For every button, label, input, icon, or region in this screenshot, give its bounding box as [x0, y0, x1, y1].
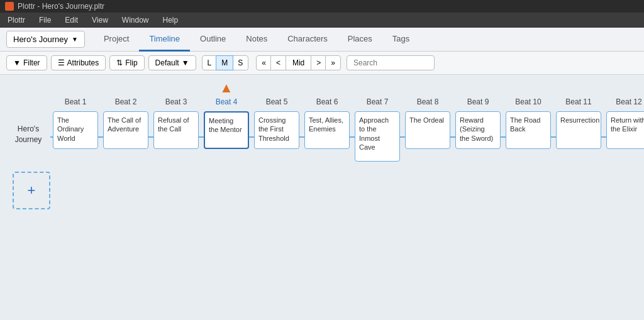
beat-card-6[interactable]: Test, Allies, Enemies — [304, 111, 350, 149]
beat-selected-arrow-icon: ▲ — [219, 81, 233, 95]
beat-cell-7: Approach to the Inmost Cave — [352, 111, 402, 162]
beat-8-header: Beat 8 — [402, 95, 453, 111]
beat-cell-11: Resurrection — [553, 111, 604, 162]
beat-cell-9: Reward (Seizing the Sword) — [453, 111, 503, 162]
timeline-rows: Hero'sJourney The Ordinary World The Cal… — [6, 111, 638, 162]
row-label-heros-journey: Hero'sJourney — [6, 111, 50, 145]
beat-cell-2: The Call of Adventure — [101, 111, 151, 162]
beat-10-header-col: Beat 10 — [503, 81, 553, 111]
tab-characters[interactable]: Characters — [277, 28, 338, 52]
main-content: Beat 1 Beat 2 Beat 3 ▲ Beat 4 — [0, 75, 644, 314]
tab-notes[interactable]: Notes — [236, 28, 277, 52]
size-small-button[interactable]: S — [232, 55, 248, 70]
beat-card-12[interactable]: Return with the Elixir — [606, 111, 644, 149]
menu-help[interactable]: Help — [160, 14, 181, 26]
beat-5-header-col: Beat 5 — [252, 81, 302, 111]
filter-button[interactable]: ▼ Filter — [6, 55, 47, 70]
beat-cell-3: Refusal of the Call — [151, 111, 201, 162]
attributes-button[interactable]: ☰ Attributes — [51, 55, 106, 70]
tab-project[interactable]: Project — [94, 28, 139, 52]
window-title: Plottr - Hero's Journey.pltr — [18, 2, 104, 11]
beat-cell-10: The Road Back — [503, 111, 553, 162]
tab-outline[interactable]: Outline — [190, 28, 236, 52]
beat-5-header: Beat 5 — [252, 95, 302, 111]
beat-cell-5: Crossing the First Threshold — [252, 111, 302, 162]
list-icon: ☰ — [58, 58, 65, 67]
beat-7-header: Beat 7 — [352, 95, 402, 111]
beat-card-5[interactable]: Crossing the First Threshold — [254, 111, 299, 149]
beat-1-header: Beat 1 — [50, 95, 101, 111]
timeline-grid: Beat 1 Beat 2 Beat 3 ▲ Beat 4 — [6, 81, 638, 209]
beat-4-header-col: ▲ Beat 4 — [201, 81, 252, 111]
menu-plottr[interactable]: Plottr — [5, 14, 28, 26]
toolbar: ▼ Filter ☰ Attributes ⇅ Flip Default ▼ L… — [0, 52, 644, 75]
table-row: Hero'sJourney The Ordinary World The Cal… — [6, 111, 638, 162]
flip-icon: ⇅ — [116, 58, 123, 67]
beat-cell-8: The Ordeal — [402, 111, 453, 162]
menu-file[interactable]: File — [36, 14, 53, 26]
default-dropdown[interactable]: Default ▼ — [148, 55, 196, 70]
beat-6-header-col: Beat 6 — [302, 81, 352, 111]
beat-12-header-col: Beat 12 — [604, 81, 644, 111]
beat-9-header-col: Beat 9 — [453, 81, 503, 111]
beat-card-1[interactable]: The Ordinary World — [53, 111, 98, 149]
search-input[interactable] — [347, 55, 435, 70]
beat-card-7[interactable]: Approach to the Inmost Cave — [355, 111, 400, 162]
size-buttons: L M S — [203, 55, 248, 70]
row-cards: The Ordinary World The Call of Adventure… — [50, 111, 644, 162]
beat-6-header: Beat 6 — [302, 95, 352, 111]
beat-2-header: Beat 2 — [101, 95, 151, 111]
beat-headers: Beat 1 Beat 2 Beat 3 ▲ Beat 4 — [50, 81, 638, 111]
flip-button[interactable]: ⇅ Flip — [109, 55, 144, 70]
beat-7-header-col: Beat 7 — [352, 81, 402, 111]
beat-card-2[interactable]: The Call of Adventure — [103, 111, 148, 149]
beat-11-header: Beat 11 — [553, 95, 604, 111]
chevron-down-icon: ▼ — [72, 36, 78, 43]
nav-buttons: « < Mid > » — [257, 55, 340, 70]
add-row-button[interactable]: + — [13, 172, 50, 209]
menu-view[interactable]: View — [89, 14, 111, 26]
beat-card-8[interactable]: The Ordeal — [405, 111, 450, 149]
beat-3-header-col: Beat 3 — [151, 81, 201, 111]
navbar: Hero's Journey ▼ Project Timeline Outlin… — [0, 28, 644, 52]
beat-2-header-col: Beat 2 — [101, 81, 151, 111]
menu-edit[interactable]: Edit — [62, 14, 80, 26]
beat-cell-6: Test, Allies, Enemies — [302, 111, 352, 162]
nav-next-button[interactable]: > — [311, 55, 326, 70]
menubar: Plottr File Edit View Window Help — [0, 13, 644, 28]
add-row-area: + — [13, 172, 638, 209]
beat-cell-4: Meeting the Mentor — [201, 111, 252, 162]
beat-4-header: Beat 4 — [201, 95, 252, 111]
beat-12-header: Beat 12 — [604, 95, 644, 111]
size-large-button[interactable]: L — [202, 55, 218, 70]
beat-card-9[interactable]: Reward (Seizing the Sword) — [455, 111, 501, 149]
beat-10-header: Beat 10 — [503, 95, 553, 111]
beat-card-3[interactable]: Refusal of the Call — [153, 111, 199, 149]
nav-last-button[interactable]: » — [325, 55, 341, 70]
beat-9-header: Beat 9 — [453, 95, 503, 111]
story-dropdown[interactable]: Hero's Journey ▼ — [6, 31, 85, 48]
beat-1-header-col: Beat 1 — [50, 81, 101, 111]
nav-prev-button[interactable]: < — [270, 55, 286, 70]
tab-tags[interactable]: Tags — [382, 28, 419, 52]
menu-window[interactable]: Window — [119, 14, 152, 26]
beat-3-header: Beat 3 — [151, 95, 201, 111]
chevron-down-icon: ▼ — [182, 58, 189, 67]
tab-timeline[interactable]: Timeline — [139, 28, 190, 52]
nav-first-button[interactable]: « — [256, 55, 272, 70]
story-name: Hero's Journey — [13, 35, 68, 44]
beat-8-header-col: Beat 8 — [402, 81, 453, 111]
filter-icon: ▼ — [13, 58, 21, 67]
beat-card-4[interactable]: Meeting the Mentor — [204, 111, 249, 149]
nav-mid-button[interactable]: Mid — [286, 55, 311, 70]
beat-cell-1: The Ordinary World — [50, 111, 101, 162]
titlebar: Plottr - Hero's Journey.pltr — [0, 0, 644, 13]
beat-card-11[interactable]: Resurrection — [556, 111, 601, 149]
app-icon — [5, 2, 14, 11]
beat-11-header-col: Beat 11 — [553, 81, 604, 111]
beat-card-10[interactable]: The Road Back — [506, 111, 551, 149]
size-medium-button[interactable]: M — [216, 55, 233, 70]
beat-cell-12: Return with the Elixir — [604, 111, 644, 162]
tab-places[interactable]: Places — [338, 28, 382, 52]
